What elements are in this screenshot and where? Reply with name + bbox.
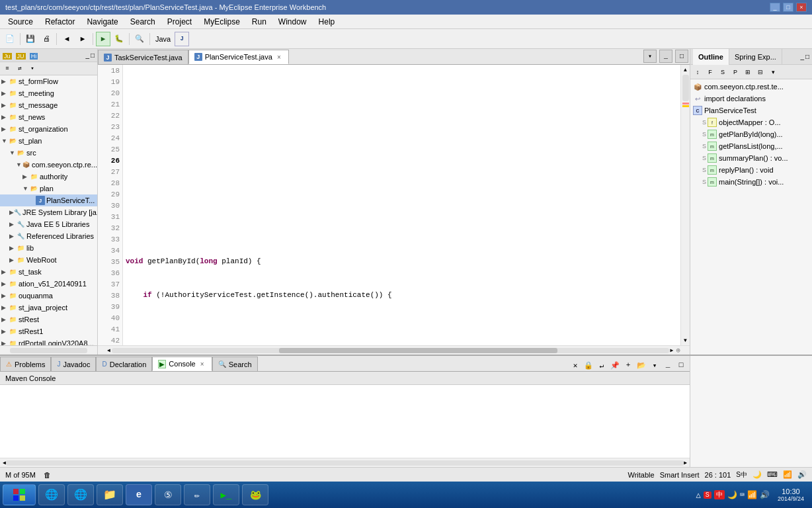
tree-item-webroot[interactable]: ▶ 📁 WebRoot: [0, 254, 97, 266]
scroll-down-button[interactable]: ▼: [682, 336, 688, 345]
tree-item-st_plan[interactable]: ▼ 📂 st_plan: [0, 135, 97, 147]
tree-item-planservicetest[interactable]: J PlanServiceT...: [0, 194, 97, 206]
console-word-wrap-button[interactable]: ↵: [596, 359, 608, 371]
scroll-up-button[interactable]: ▲: [682, 65, 688, 74]
perspective-java-button[interactable]: J: [175, 32, 189, 46]
horizontal-scrollbar[interactable]: ◀ ▶ ⊕: [98, 345, 690, 355]
outline-imports[interactable]: ↩ import declarations: [690, 93, 812, 105]
console-pin-button[interactable]: 📌: [609, 359, 621, 371]
pencil-button[interactable]: ✏: [184, 484, 210, 505]
spring-exp-tab[interactable]: Spring Exp...: [729, 49, 782, 65]
vertical-scrollbar[interactable]: ▲ ▼: [680, 65, 690, 345]
tree-item-javaee[interactable]: ▶ 🔧 Java EE 5 Libraries: [0, 218, 97, 230]
bottom-scroll-right[interactable]: ▶: [684, 460, 687, 466]
minimize-button[interactable]: _: [770, 3, 780, 12]
scroll-left-button[interactable]: ◀: [107, 347, 110, 353]
menu-window[interactable]: Window: [273, 16, 312, 28]
bottom-tab-console[interactable]: ▶ Console ×: [152, 357, 212, 371]
left-panel-scrollbar[interactable]: [0, 345, 97, 355]
console-new-button[interactable]: +: [622, 359, 634, 371]
console-open-button[interactable]: 📂: [635, 359, 647, 371]
tree-item-ation[interactable]: ▶ 📁 ation_v51_20140911: [0, 278, 97, 290]
tab-taskservicetest[interactable]: J TaskServiceTest.java: [98, 50, 188, 64]
bottom-tab-search[interactable]: 🔍 Search: [212, 357, 258, 371]
menu-run[interactable]: Run: [247, 16, 272, 28]
editor-maximize-button[interactable]: □: [675, 50, 688, 63]
bottom-minimize-button[interactable]: _: [662, 359, 674, 371]
outline-method-getplanbyid[interactable]: S m getPlanById(long)...: [690, 128, 812, 140]
console-scroll-lock-button[interactable]: 🔒: [583, 359, 594, 371]
eclipse-button[interactable]: e: [126, 484, 152, 505]
start-button[interactable]: [3, 484, 36, 505]
search-toolbar-button[interactable]: 🔍: [132, 32, 147, 46]
bottom-tab-declaration[interactable]: D Declaration: [96, 357, 152, 371]
link-editor-button[interactable]: ⇄: [14, 63, 26, 75]
bottom-scrollbar-track[interactable]: [6, 460, 684, 466]
outline-maximize-button[interactable]: □: [805, 53, 809, 60]
close-button[interactable]: ×: [796, 3, 807, 12]
editor-minimize-button[interactable]: _: [659, 50, 672, 63]
save-button[interactable]: 💾: [23, 32, 38, 46]
outline-method-replyplan[interactable]: S m replyPlan() : void: [690, 164, 812, 176]
tree-item-stRest[interactable]: ▶ 📁 stRest: [0, 314, 97, 325]
tree-item-lib[interactable]: ▶ 📁 lib: [0, 242, 97, 254]
tree-item-referenced[interactable]: ▶ 🔧 Referenced Libraries: [0, 230, 97, 242]
back-button[interactable]: ◀: [60, 32, 74, 46]
outline-menu-button[interactable]: ▾: [767, 66, 779, 78]
console-clear-button[interactable]: ✕: [569, 359, 581, 371]
tree-item-plan[interactable]: ▼ 📂 plan: [0, 183, 97, 194]
tree-item-jre[interactable]: ▶ 🔧 JRE System Library [ja...: [0, 206, 97, 218]
gc-button[interactable]: 🗑: [44, 471, 51, 479]
collapse-all-button[interactable]: ≡: [1, 63, 13, 75]
print-button[interactable]: 🖨: [39, 32, 54, 46]
explorer-menu-button[interactable]: ▾: [26, 63, 38, 75]
debug-button[interactable]: 🐛: [112, 32, 126, 46]
panel-minimize-button[interactable]: _: [85, 52, 89, 59]
outline-class[interactable]: C PlanServiceTest: [690, 105, 812, 116]
hide-fields-button[interactable]: F: [704, 66, 716, 78]
outline-method-summaryplan[interactable]: S m summaryPlan() : vo...: [690, 152, 812, 164]
build-button[interactable]: ▶: [96, 32, 110, 46]
tree-item-st_message[interactable]: ▶ 📁 st_message: [0, 99, 97, 111]
explorer-button[interactable]: 📁: [97, 484, 123, 505]
tree-item-src[interactable]: ▼ 📂 src: [0, 147, 97, 159]
menu-myeclipse[interactable]: MyEclipse: [198, 16, 245, 28]
tab-planservicetest[interactable]: J PlanServiceTest.java ×: [188, 50, 289, 64]
outline-header-controls[interactable]: _ □: [800, 53, 809, 60]
scroll-right-button[interactable]: ▶: [670, 347, 674, 353]
menu-navigate[interactable]: Navigate: [81, 16, 123, 28]
h-scrollbar-track[interactable]: [112, 348, 669, 353]
outline-minimize-button[interactable]: _: [800, 53, 804, 60]
maximize-button[interactable]: □: [783, 3, 793, 12]
browser-button[interactable]: 🌐: [67, 484, 94, 505]
h-scrollbar-thumb[interactable]: [279, 348, 557, 353]
outline-method-main[interactable]: S m main(String[]) : voi...: [690, 176, 812, 188]
console-content[interactable]: [0, 385, 690, 458]
new-button[interactable]: 📄: [3, 32, 17, 46]
bottom-hscrollbar[interactable]: ◀ ▶: [0, 458, 690, 467]
bottom-tab-javadoc[interactable]: J Javadoc: [51, 357, 96, 371]
outline-field-objectmapper[interactable]: S f objectMapper : O...: [690, 116, 812, 128]
panel-controls[interactable]: _ □: [85, 52, 95, 59]
tree-item-authority[interactable]: ▶ 📁 authority: [0, 171, 97, 183]
sort-button[interactable]: ↕: [692, 66, 704, 78]
console-tab-close[interactable]: ×: [198, 360, 206, 368]
tree-item-st_java_project[interactable]: ▶ 📁 st_java_project: [0, 302, 97, 314]
outline-package[interactable]: 📦 com.seeyon.ctp.rest.te...: [690, 81, 812, 93]
tree-item-stRest1[interactable]: ▶ 📁 stRest1: [0, 325, 97, 337]
tree-item-st_news[interactable]: ▶ 📁 st_news: [0, 111, 97, 123]
hide-nonpublic-button[interactable]: P: [729, 66, 741, 78]
tree-item-rdPortal[interactable]: ▶ 📁 rdPortalLoginV320A8...: [0, 337, 97, 345]
panel-maximize-button[interactable]: □: [91, 52, 95, 59]
bookmark-button[interactable]: 🐸: [242, 484, 268, 505]
tree-item-package[interactable]: ▼ 📦 com.seeyon.ctp.re...: [0, 159, 97, 171]
tree-item-st_meeting[interactable]: ▶ 📁 st_meeting: [0, 87, 97, 99]
tree-item-st_organization[interactable]: ▶ 📁 st_organization: [0, 123, 97, 135]
forward-button[interactable]: ▶: [75, 32, 90, 46]
code-content[interactable]: void getPlanById(long planId) { if (!Aut…: [123, 65, 680, 345]
menu-source[interactable]: Source: [3, 16, 38, 28]
menu-help[interactable]: Help: [313, 16, 341, 28]
tree-item-st_task[interactable]: ▶ 📁 st_task: [0, 266, 97, 278]
tree-item-st_formFlow[interactable]: ▶ 📁 st_formFlow: [0, 75, 97, 87]
tab-close-button[interactable]: ×: [275, 53, 283, 61]
